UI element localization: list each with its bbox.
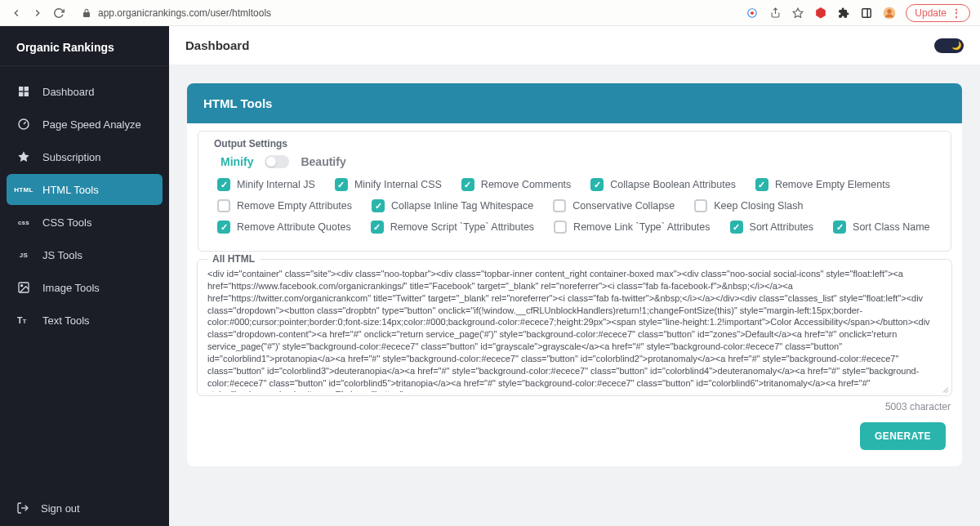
- checkbox-icon[interactable]: [730, 221, 743, 234]
- option-label: Keep Closing Slash: [714, 200, 803, 212]
- option-label: Sort Class Name: [853, 221, 929, 233]
- options-group: Minify Internal JSMinify Internal CSSRem…: [204, 178, 945, 234]
- option-label: Remove Empty Elements: [775, 179, 890, 190]
- svg-point-16: [21, 285, 23, 287]
- forward-icon[interactable]: [31, 7, 44, 20]
- option-label: Remove Link `Type` Attributes: [573, 221, 710, 233]
- refresh-icon[interactable]: [52, 7, 65, 20]
- share-icon[interactable]: [768, 7, 782, 20]
- svg-point-7: [888, 9, 892, 13]
- option-4[interactable]: Remove Empty Elements: [755, 178, 890, 191]
- puzzle-icon[interactable]: [837, 7, 850, 20]
- sidebar-item-label: Text Tools: [42, 314, 90, 327]
- more-icon: ⋮: [951, 7, 961, 19]
- option-8[interactable]: Keep Closing Slash: [694, 199, 803, 212]
- sidebar-item-label: JS Tools: [42, 249, 82, 261]
- checkbox-icon[interactable]: [590, 178, 604, 191]
- sidebar-item-dashboard[interactable]: Dashboard: [7, 76, 163, 107]
- option-1[interactable]: Minify Internal CSS: [335, 178, 442, 191]
- page-title: Dashboard: [185, 38, 249, 52]
- option-label: Conservative Collapse: [572, 200, 675, 212]
- checkbox-icon[interactable]: [694, 199, 707, 212]
- signout-icon: [16, 501, 29, 515]
- google-icon[interactable]: [746, 7, 759, 20]
- checkbox-icon[interactable]: [554, 221, 567, 234]
- output-settings-fieldset: Output Settings Minify Beautify Minify I…: [197, 123, 952, 252]
- sidebar-item-jstools[interactable]: JS JS Tools: [7, 239, 163, 270]
- image-icon: [16, 280, 31, 295]
- svg-rect-11: [24, 92, 29, 96]
- sidebar-item-label: HTML Tools: [42, 184, 99, 196]
- generate-button[interactable]: GENERATE: [860, 422, 946, 450]
- output-settings-legend: Output Settings: [209, 138, 292, 149]
- checkbox-icon[interactable]: [217, 221, 230, 234]
- checkbox-icon[interactable]: [461, 178, 474, 191]
- topbar: Dashboard 🌙: [169, 26, 980, 65]
- sidebar-item-label: CSS Tools: [42, 216, 91, 229]
- css-icon: css: [16, 215, 31, 230]
- beautify-label: Beautify: [301, 155, 345, 168]
- checkbox-icon[interactable]: [833, 221, 846, 234]
- sidebar-item-label: Page Speed Analyze: [42, 118, 141, 131]
- checkbox-icon[interactable]: [371, 221, 384, 234]
- panel-icon[interactable]: [860, 7, 873, 20]
- html-icon: HTML: [16, 182, 31, 197]
- option-label: Minify Internal JS: [237, 179, 315, 190]
- svg-marker-3: [793, 8, 803, 17]
- update-button[interactable]: Update ⋮: [906, 4, 970, 22]
- svg-rect-9: [24, 87, 29, 91]
- option-2[interactable]: Remove Comments: [461, 178, 571, 191]
- sidebar: Organic Rankings Dashboard Page Speed An…: [0, 26, 169, 526]
- sidebar-item-csstools[interactable]: css CSS Tools: [7, 207, 163, 238]
- svg-line-13: [24, 122, 26, 124]
- option-13[interactable]: Sort Class Name: [833, 221, 929, 234]
- extension-warn-icon[interactable]: ⬢: [814, 7, 827, 20]
- signout-button[interactable]: Sign out: [0, 490, 169, 526]
- option-0[interactable]: Minify Internal JS: [217, 178, 315, 191]
- option-5[interactable]: Remove Empty Attributes: [217, 199, 352, 212]
- option-10[interactable]: Remove Script `Type` Attributes: [371, 221, 534, 234]
- option-12[interactable]: Sort Attributes: [730, 221, 814, 234]
- option-label: Minify Internal CSS: [354, 179, 442, 190]
- star-icon[interactable]: [791, 7, 804, 20]
- chrome-actions: ⬢ Update ⋮: [746, 4, 970, 22]
- option-label: Sort Attributes: [750, 221, 814, 233]
- option-6[interactable]: Collapse Inline Tag Whitespace: [372, 199, 533, 212]
- sidebar-item-texttools[interactable]: TT Text Tools: [7, 305, 163, 336]
- card-header: HTML Tools: [187, 83, 962, 123]
- back-icon[interactable]: [10, 7, 23, 20]
- checkbox-icon[interactable]: [217, 178, 230, 191]
- checkbox-icon[interactable]: [755, 178, 768, 191]
- sidebar-item-subscription[interactable]: Subscription: [7, 141, 163, 172]
- sidebar-item-label: Dashboard: [42, 86, 95, 98]
- lock-icon: [82, 8, 91, 18]
- option-label: Remove Script `Type` Attributes: [390, 221, 534, 233]
- mode-switch[interactable]: [265, 155, 289, 168]
- signout-label: Sign out: [41, 502, 80, 515]
- option-7[interactable]: Conservative Collapse: [553, 199, 675, 212]
- checkbox-icon[interactable]: [217, 199, 230, 212]
- url-bar[interactable]: app.organicrankings.com/user/htmltools: [82, 7, 729, 19]
- theme-toggle[interactable]: 🌙: [934, 38, 964, 53]
- option-label: Remove Attribute Quotes: [237, 221, 351, 233]
- html-textarea[interactable]: [198, 260, 951, 392]
- content: HTML Tools Output Settings Minify Beauti…: [169, 65, 980, 526]
- sidebar-item-label: Subscription: [42, 151, 101, 163]
- svg-point-1: [751, 11, 754, 14]
- svg-text:T: T: [23, 318, 27, 325]
- sidebar-item-pagespeed[interactable]: Page Speed Analyze: [7, 109, 163, 140]
- checkbox-icon[interactable]: [372, 199, 385, 212]
- option-9[interactable]: Remove Attribute Quotes: [217, 221, 351, 234]
- card-body: Output Settings Minify Beautify Minify I…: [187, 123, 962, 466]
- resize-handle-icon[interactable]: [941, 385, 949, 393]
- option-3[interactable]: Collapse Boolean Attributes: [590, 178, 736, 191]
- option-label: Collapse Inline Tag Whitespace: [391, 200, 533, 212]
- checkbox-icon[interactable]: [553, 199, 566, 212]
- sidebar-item-htmltools[interactable]: HTML HTML Tools: [7, 174, 163, 205]
- option-11[interactable]: Remove Link `Type` Attributes: [554, 221, 710, 234]
- profile-icon[interactable]: [883, 7, 896, 20]
- checkbox-icon[interactable]: [335, 178, 348, 191]
- sidebar-item-imagetools[interactable]: Image Tools: [7, 272, 163, 303]
- main-area: Dashboard 🌙 HTML Tools Output Settings M…: [169, 26, 980, 526]
- svg-text:T: T: [17, 315, 23, 325]
